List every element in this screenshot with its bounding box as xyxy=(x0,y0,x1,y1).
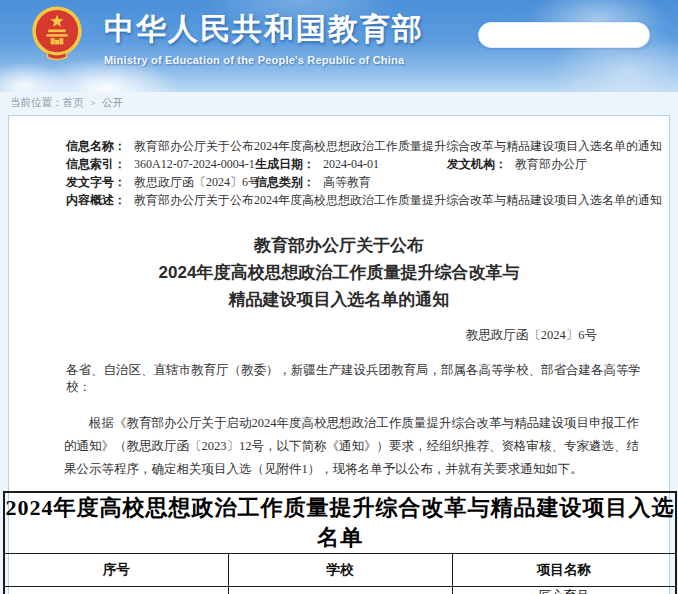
column-header-no: 序号 xyxy=(4,554,228,587)
table-title: 2024年度高校思想政治工作质量提升综合改革与精品建设项目入选名单 xyxy=(4,492,676,554)
selection-list-table: 2024年度高校思想政治工作质量提升综合改革与精品建设项目入选名单 序号 学校 … xyxy=(3,491,677,594)
salutation: 各省、自治区、直辖市教育厅（教委），新疆生产建设兵团教育局，部属各高等学校、部省… xyxy=(66,362,645,396)
meta-value-summary: 教育部办公厅关于公布2024年度高校思想政治工作质量提升综合改革与精品建设项目入… xyxy=(134,193,662,207)
meta-value-category: 高等教育 xyxy=(323,175,371,189)
meta-label-index: 信息索引： xyxy=(66,157,126,171)
content-box: 信息名称：教育部办公厅关于公布2024年度高校思想政治工作质量提升综合改革与精品… xyxy=(8,115,670,594)
meta-label-date: 生成日期： xyxy=(255,157,315,171)
meta-row-docno-category: 发文字号：教思政厅函〔2024〕6号 信息类别：高等教育 xyxy=(66,174,647,190)
site-title: 中华人民共和国教育部 xyxy=(104,9,424,50)
breadcrumb-prefix: 当前位置： xyxy=(10,96,63,108)
meta-row-index-date-org: 信息索引：360A12-07-2024-0004-1 生成日期：2024-04-… xyxy=(66,156,647,172)
body-paragraph: 根据《教育部办公厅关于启动2024年度高校思想政治工作质量提升综合改革与精品建设… xyxy=(64,412,639,481)
column-header-project: 项目名称 xyxy=(452,554,676,587)
breadcrumb-home-link[interactable]: 首页 xyxy=(63,96,84,108)
document-meta: 信息名称：教育部办公厅关于公布2024年度高校思想政治工作质量提升综合改革与精品… xyxy=(66,138,647,208)
meta-label-category: 信息类别： xyxy=(255,175,315,189)
document-title-line2: 2024年度高校思想政治工作质量提升综合改革与 xyxy=(9,259,669,286)
meta-label-docno: 发文字号： xyxy=(66,175,126,189)
search-box[interactable] xyxy=(478,22,650,48)
meta-value-docno: 教思政厅函〔2024〕6号 xyxy=(134,175,260,189)
search-input[interactable] xyxy=(488,28,643,42)
table-title-row: 2024年度高校思想政治工作质量提升综合改革与精品建设项目入选名单 xyxy=(4,492,676,554)
column-header-school: 学校 xyxy=(228,554,452,587)
table-row: 50 浙江财经大学 匠心育品 ——“百本·千场·万人”校园书香文化育人品牌构建与… xyxy=(4,587,676,594)
project-name-line1: 匠心育品 xyxy=(453,587,676,594)
document-title-line3: 精品建设项目入选名单的通知 xyxy=(9,286,669,313)
meta-value-index: 360A12-07-2024-0004-1 xyxy=(134,157,255,171)
meta-label-org: 发文机构： xyxy=(447,157,507,171)
document-number: 教思政厅函〔2024〕6号 xyxy=(9,327,669,344)
document-title-line1: 教育部办公厅关于公布 xyxy=(9,232,669,259)
document-title: 教育部办公厅关于公布 2024年度高校思想政治工作质量提升综合改革与 精品建设项… xyxy=(9,232,669,313)
meta-row-summary: 内容概述：教育部办公厅关于公布2024年度高校思想政治工作质量提升综合改革与精品… xyxy=(66,192,647,208)
meta-value-name: 教育部办公厅关于公布2024年度高校思想政治工作质量提升综合改革与精品建设项目入… xyxy=(134,139,662,153)
table-header-row: 序号 学校 项目名称 xyxy=(4,554,676,587)
cloud-decoration xyxy=(0,62,70,92)
meta-value-date: 2024-04-01 xyxy=(323,157,379,171)
meta-label-summary: 内容概述： xyxy=(66,193,126,207)
breadcrumb-separator: ＞ xyxy=(88,96,99,108)
cell-serial-no: 50 xyxy=(4,587,228,594)
site-header: 中华人民共和国教育部 Ministry of Education of the … xyxy=(0,0,678,92)
site-title-english: Ministry of Education of the People's Re… xyxy=(104,54,424,66)
meta-row-name: 信息名称：教育部办公厅关于公布2024年度高校思想政治工作质量提升综合改革与精品… xyxy=(66,138,647,154)
site-brand: 中华人民共和国教育部 Ministry of Education of the … xyxy=(104,9,424,66)
breadcrumb-section-link[interactable]: 公开 xyxy=(102,96,123,108)
national-emblem xyxy=(16,5,98,65)
cell-school: 浙江财经大学 xyxy=(228,587,452,594)
breadcrumb: 当前位置：首页＞公开 xyxy=(0,92,678,112)
cell-project-name: 匠心育品 ——“百本·千场·万人”校园书香文化育人品牌构建与实践 xyxy=(452,587,676,594)
meta-label-name: 信息名称： xyxy=(66,139,126,153)
meta-value-org: 教育部办公厅 xyxy=(515,157,587,171)
